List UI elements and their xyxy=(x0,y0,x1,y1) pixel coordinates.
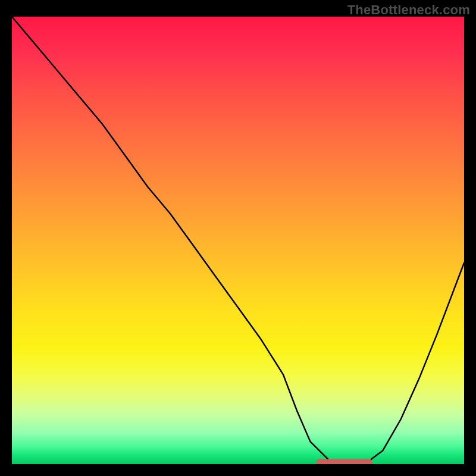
plot-svg xyxy=(12,17,464,464)
plot-area xyxy=(12,17,464,464)
chart-frame: TheBottleneck.com xyxy=(0,0,476,476)
bottleneck-curve xyxy=(12,17,464,464)
watermark-text: TheBottleneck.com xyxy=(347,2,470,18)
